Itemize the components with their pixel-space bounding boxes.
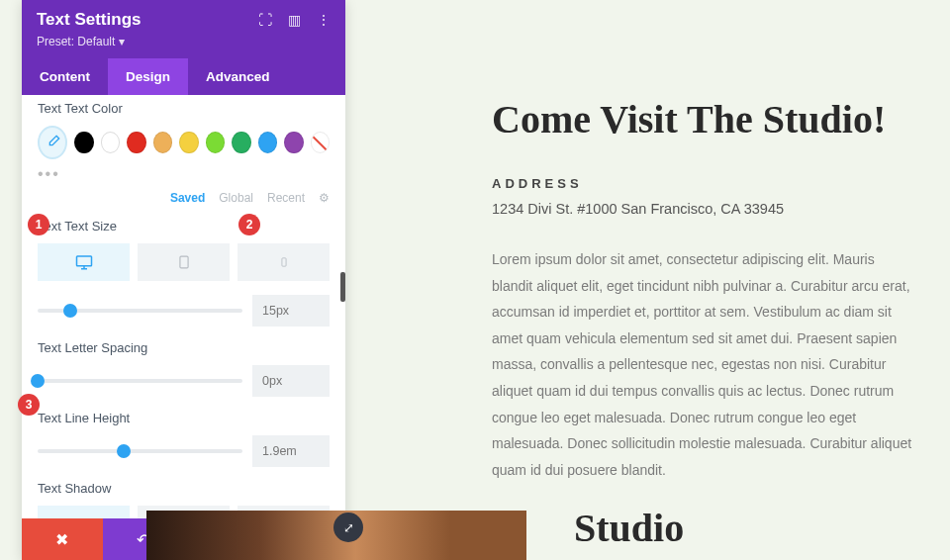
tab-design[interactable]: Design [108, 58, 188, 95]
annotation-badge-3: 3 [18, 394, 40, 416]
tab-content[interactable]: Content [22, 58, 108, 95]
label-text-color: Text Text Color [38, 101, 330, 116]
letter-spacing-row: 0px [38, 365, 330, 397]
device-tablet-button[interactable] [138, 243, 230, 281]
label-line-height: Text Line Height [38, 411, 330, 425]
eyedropper-button[interactable] [38, 126, 67, 159]
cancel-button[interactable]: ✖ [22, 518, 103, 560]
saved-tab-global[interactable]: Global [219, 191, 253, 205]
svg-rect-0 [76, 256, 91, 266]
line-height-slider[interactable] [38, 449, 242, 453]
color-swatch-orange[interactable] [153, 132, 172, 153]
line-height-value[interactable]: 1.9em [252, 435, 330, 467]
focus-icon[interactable]: ⛶ [258, 12, 272, 28]
saved-tab-recent[interactable]: Recent [267, 191, 305, 205]
device-selector [38, 243, 330, 281]
preview-heading: Come Visit The Studio! [492, 97, 917, 142]
label-text-shadow: Text Shadow [38, 481, 330, 496]
columns-icon[interactable]: ▥ [288, 12, 301, 28]
color-swatch-black[interactable] [74, 132, 93, 153]
text-size-value[interactable]: 15px [252, 295, 330, 327]
gear-icon[interactable]: ⚙ [319, 191, 330, 205]
color-swatch-white[interactable] [101, 132, 120, 153]
settings-panel: Text Settings ⛶ ▥ ⋮ Preset: Default ▾ Co… [22, 0, 345, 560]
tab-advanced[interactable]: Advanced [188, 58, 288, 95]
svg-rect-2 [281, 258, 285, 266]
more-colors-icon[interactable]: ••• [38, 165, 330, 183]
more-icon[interactable]: ⋮ [317, 12, 331, 28]
text-size-slider[interactable] [38, 309, 242, 313]
letter-spacing-value[interactable]: 0px [252, 365, 330, 397]
panel-header: Text Settings ⛶ ▥ ⋮ Preset: Default ▾ [22, 0, 345, 58]
label-text-size: Text Text Size [38, 219, 330, 233]
device-desktop-button[interactable] [38, 243, 130, 281]
color-swatch-red[interactable] [127, 132, 145, 153]
text-size-row: 15px [38, 295, 330, 327]
color-swatch-yellow[interactable] [179, 132, 198, 153]
body-text: Lorem ipsum dolor sit amet, consectetur … [492, 246, 917, 483]
line-height-row: 1.9em [38, 435, 330, 467]
address-text: 1234 Divi St. #1000 San Francisco, CA 33… [492, 201, 917, 217]
saved-tab-saved[interactable]: Saved [170, 191, 205, 205]
resize-handle-icon[interactable]: ⤢ [333, 513, 363, 542]
panel-body: Text Text Color ••• Saved Global Recent … [22, 95, 345, 518]
scrollbar-thumb[interactable] [340, 272, 345, 302]
preview-content: Come Visit The Studio! ADDRESS 1234 Divi… [492, 97, 917, 483]
shadow-none-button[interactable]: ⊘ [38, 506, 130, 518]
preset-dropdown[interactable]: Preset: Default ▾ [37, 35, 331, 48]
annotation-badge-2: 2 [238, 214, 260, 235]
address-label: ADDRESS [492, 176, 917, 191]
color-swatch-blue[interactable] [258, 132, 277, 153]
color-swatch-lime[interactable] [206, 132, 225, 153]
svg-rect-1 [179, 256, 187, 268]
color-swatch-none[interactable] [311, 132, 330, 153]
color-swatch-row [38, 126, 330, 159]
panel-title: Text Settings [37, 10, 141, 30]
saved-tabs: Saved Global Recent ⚙ [38, 191, 330, 205]
letter-spacing-slider[interactable] [38, 379, 242, 383]
label-letter-spacing: Text Letter Spacing [38, 340, 330, 355]
tabs: Content Design Advanced [22, 58, 345, 95]
device-phone-button[interactable] [238, 243, 330, 281]
color-swatch-green[interactable] [232, 132, 250, 153]
studio-heading: Studio [574, 505, 684, 551]
annotation-badge-1: 1 [28, 214, 49, 235]
color-swatch-purple[interactable] [284, 132, 303, 153]
